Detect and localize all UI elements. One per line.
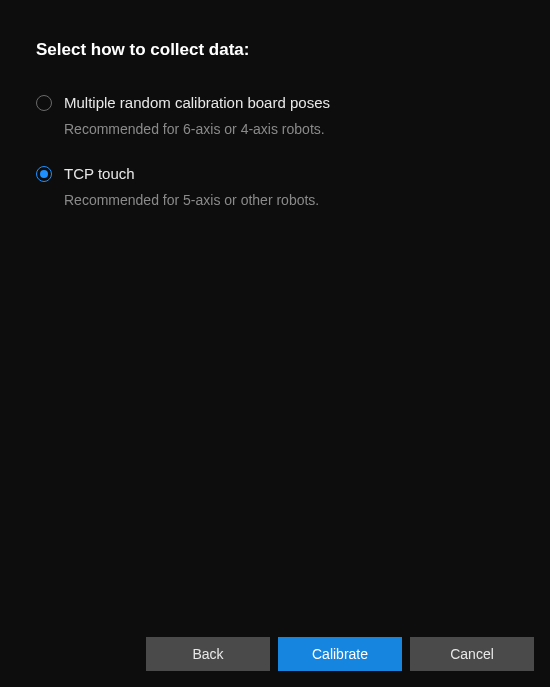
option-label: TCP touch [64,165,135,182]
option-label: Multiple random calibration board poses [64,94,330,111]
option-row[interactable]: TCP touch [36,165,514,182]
option-description: Recommended for 6-axis or 4-axis robots. [64,121,514,137]
footer-buttons: Back Calibrate Cancel [146,637,534,671]
option-tcp-touch[interactable]: TCP touch Recommended for 5-axis or othe… [36,165,514,208]
radio-icon[interactable] [36,95,52,111]
calibrate-button[interactable]: Calibrate [278,637,402,671]
page-title: Select how to collect data: [36,40,514,60]
back-button[interactable]: Back [146,637,270,671]
option-multiple-poses[interactable]: Multiple random calibration board poses … [36,94,514,137]
radio-icon[interactable] [36,166,52,182]
option-row[interactable]: Multiple random calibration board poses [36,94,514,111]
option-description: Recommended for 5-axis or other robots. [64,192,514,208]
cancel-button[interactable]: Cancel [410,637,534,671]
